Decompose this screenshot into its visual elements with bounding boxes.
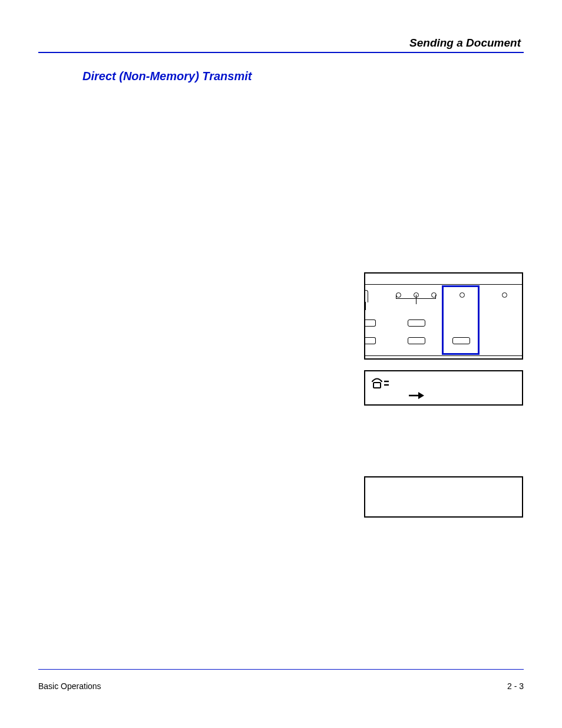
svg-rect-0 xyxy=(373,383,381,388)
panel-divider-bottom xyxy=(365,355,522,356)
panel-edge-curve xyxy=(364,290,368,302)
arrow-right-icon xyxy=(408,391,424,402)
section-title: Direct (Non-Memory) Transmit xyxy=(82,70,252,83)
phone-icon xyxy=(371,376,392,391)
panel-button xyxy=(365,337,376,344)
lcd-display-phone xyxy=(364,370,523,406)
panel-button xyxy=(365,319,376,327)
led-icon xyxy=(396,292,401,298)
bracket-icon xyxy=(396,298,436,305)
highlight-box xyxy=(442,285,480,355)
control-panel-diagram xyxy=(364,272,523,360)
svg-marker-4 xyxy=(418,392,424,399)
lcd-display-empty xyxy=(364,476,523,518)
footer-rule xyxy=(38,669,524,670)
panel-button xyxy=(408,337,425,344)
footer-page-number: 2 - 3 xyxy=(507,681,524,691)
header-rule xyxy=(38,52,524,53)
chapter-title: Sending a Document xyxy=(409,37,521,50)
panel-button xyxy=(408,319,425,327)
panel-edge-stub xyxy=(364,302,366,310)
footer-left: Basic Operations xyxy=(38,681,101,691)
panel-divider-top xyxy=(365,284,522,285)
led-icon xyxy=(502,292,507,298)
